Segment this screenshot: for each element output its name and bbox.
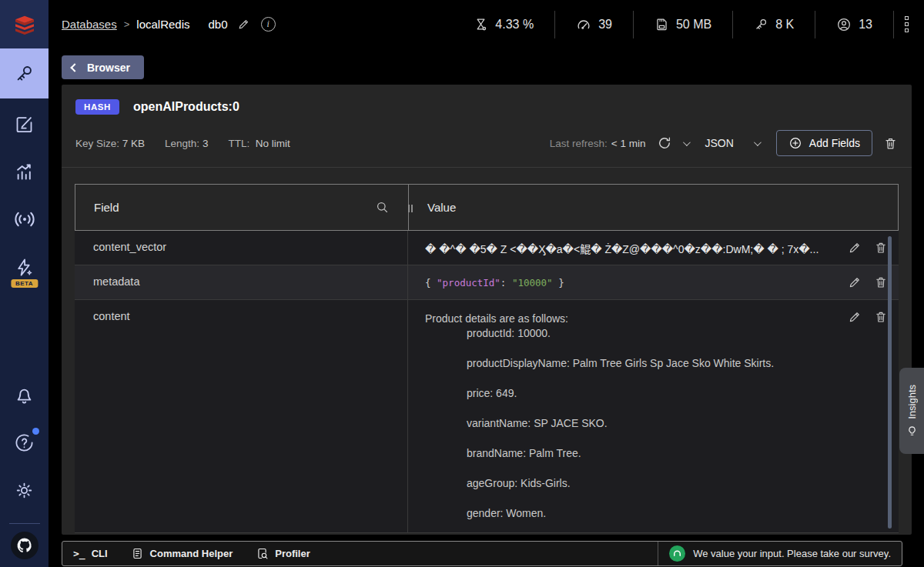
top-bar: Databases > localRedis db0 i 4.33 % bbox=[49, 0, 924, 48]
delete-field-button[interactable] bbox=[874, 275, 888, 289]
key-ttl[interactable]: TTL: No limit bbox=[228, 138, 290, 149]
add-fields-label: Add Fields bbox=[809, 137, 860, 149]
breadcrumb-databases[interactable]: Databases bbox=[62, 18, 117, 31]
trash-icon bbox=[874, 310, 888, 324]
breadcrumb-database-name: localRedis bbox=[136, 18, 189, 31]
edit-field-button[interactable] bbox=[848, 241, 862, 255]
value-cell: Product details are as follows:productId… bbox=[408, 300, 899, 532]
gear-icon bbox=[14, 480, 35, 501]
column-resizer-handle[interactable] bbox=[408, 205, 413, 212]
chevron-down-icon bbox=[754, 138, 762, 146]
survey-link[interactable]: We value your input. Please take our sur… bbox=[658, 542, 902, 565]
user-icon bbox=[836, 17, 852, 32]
edit-db-alias-button[interactable] bbox=[237, 18, 250, 31]
column-header-field[interactable]: Field bbox=[75, 185, 409, 230]
db-index-label: db0 bbox=[209, 18, 228, 31]
fields-table: Field Value content_vector bbox=[75, 184, 899, 533]
table-row[interactable]: metadata { "productId": "10000" } bbox=[75, 265, 899, 300]
sidebar-divider bbox=[9, 523, 40, 524]
sidebar-item-browser[interactable] bbox=[0, 48, 49, 98]
delete-key-button[interactable] bbox=[883, 136, 898, 151]
stat-memory-value: 50 MB bbox=[676, 18, 711, 32]
command-helper-button[interactable]: Command Helper bbox=[131, 547, 233, 560]
help-icon bbox=[14, 432, 35, 453]
stat-total-keys: 8 K bbox=[733, 17, 815, 32]
trash-icon bbox=[874, 275, 888, 289]
edit-field-button[interactable] bbox=[848, 275, 862, 289]
sidebar-item-analytics[interactable] bbox=[0, 148, 49, 195]
stat-ops-per-sec: 39 bbox=[555, 17, 633, 32]
table-row[interactable]: content Product details are as follows:p… bbox=[75, 300, 899, 533]
overflow-menu-button[interactable] bbox=[894, 16, 924, 32]
content-line: productDisplayName: Palm Tree Girls Sp J… bbox=[425, 356, 839, 371]
cli-button[interactable]: >_ CLI bbox=[73, 548, 108, 559]
table-body: content_vector � �^� �5� Z <��Ӽ�a�<鯤� Ż�… bbox=[75, 231, 899, 533]
delete-field-button[interactable] bbox=[874, 241, 888, 255]
help-notification-dot bbox=[32, 428, 39, 435]
trash-icon bbox=[883, 136, 898, 151]
edit-field-button[interactable] bbox=[848, 310, 862, 324]
binary-value-text: � �^� �5� Z <��Ӽ�a�<鯤� Ż�Z@���^0�z��:DwM… bbox=[425, 241, 839, 256]
table-row[interactable]: content_vector � �^� �5� Z <��Ӽ�a�<鯤� Ż�… bbox=[75, 231, 899, 265]
sidebar: BETA bbox=[0, 0, 49, 567]
stat-cpu-value: 4.33 % bbox=[495, 18, 534, 32]
bottom-bar: >_ CLI Command Helper Profiler bbox=[62, 541, 902, 566]
key-icon bbox=[754, 17, 768, 32]
refresh-button[interactable] bbox=[657, 135, 672, 151]
sidebar-item-triggers-functions[interactable]: BETA bbox=[0, 243, 49, 291]
add-fields-button[interactable]: Add Fields bbox=[776, 130, 872, 156]
sidebar-item-pubsub[interactable] bbox=[0, 195, 49, 243]
column-header-value[interactable]: Value bbox=[409, 185, 898, 230]
lightbulb-icon bbox=[906, 425, 918, 437]
sidebar-item-workbench[interactable] bbox=[0, 100, 49, 148]
profiler-icon bbox=[256, 547, 269, 560]
search-icon bbox=[375, 200, 390, 215]
content-line: ageGroup: Kids-Girls. bbox=[425, 476, 839, 491]
search-fields-button[interactable] bbox=[375, 200, 390, 215]
field-cell: content_vector bbox=[75, 231, 408, 265]
beta-badge: BETA bbox=[11, 279, 38, 288]
sidebar-bottom-group bbox=[0, 371, 49, 567]
command-helper-label: Command Helper bbox=[150, 548, 233, 559]
key-icon bbox=[14, 63, 35, 84]
json-key: "productId" bbox=[437, 277, 500, 289]
profiler-button[interactable]: Profiler bbox=[256, 547, 310, 560]
sidebar-item-notifications[interactable] bbox=[0, 371, 49, 419]
trash-icon bbox=[874, 241, 888, 255]
browser-back-label: Browser bbox=[87, 62, 130, 74]
redis-logo-icon bbox=[11, 11, 38, 38]
browser-back-button[interactable]: Browser bbox=[62, 55, 144, 79]
pencil-icon bbox=[237, 18, 250, 31]
json-string-value: "10000" bbox=[512, 277, 553, 289]
github-link[interactable] bbox=[11, 532, 38, 559]
content-line: Product details are as follows: bbox=[425, 312, 839, 326]
insights-tab[interactable]: Insights bbox=[899, 368, 924, 454]
sidebar-item-settings[interactable] bbox=[0, 466, 49, 514]
table-header: Field Value bbox=[75, 184, 899, 231]
key-meta-row: Key Size: 7 KB Length: 3 TTL: No limit L… bbox=[62, 115, 912, 156]
table-scrollbar[interactable] bbox=[888, 236, 892, 529]
key-type-badge: HASH bbox=[75, 99, 119, 115]
value-cell: { "productId": "10000" } bbox=[408, 265, 899, 299]
pencil-icon bbox=[848, 310, 862, 324]
kebab-dot bbox=[905, 16, 909, 20]
stat-connected-clients: 13 bbox=[815, 17, 893, 32]
format-selected-value: JSON bbox=[705, 137, 734, 149]
refresh-options-chevron[interactable] bbox=[682, 138, 690, 146]
field-cell: content bbox=[75, 300, 408, 532]
cli-prompt-icon: >_ bbox=[73, 548, 85, 559]
sidebar-item-help[interactable] bbox=[0, 419, 49, 466]
survey-mascot-icon bbox=[669, 545, 685, 562]
format-selector[interactable]: JSON bbox=[705, 137, 759, 149]
field-column-label: Field bbox=[94, 201, 119, 214]
key-size: Key Size: 7 KB bbox=[75, 138, 145, 149]
db-info-icon[interactable]: i bbox=[261, 17, 276, 32]
value-cell: � �^� �5� Z <��Ӽ�a�<鯤� Ż�Z@���^0�z��:DwM… bbox=[408, 231, 899, 265]
stat-cpu: 4.33 % bbox=[453, 17, 554, 32]
plus-circle-icon bbox=[788, 136, 802, 150]
redis-logo[interactable] bbox=[0, 0, 49, 48]
lightning-icon bbox=[14, 257, 35, 278]
delete-field-button[interactable] bbox=[874, 310, 888, 324]
redisinsight-window: BETA bbox=[0, 0, 924, 567]
key-length: Length: 3 bbox=[165, 138, 208, 149]
